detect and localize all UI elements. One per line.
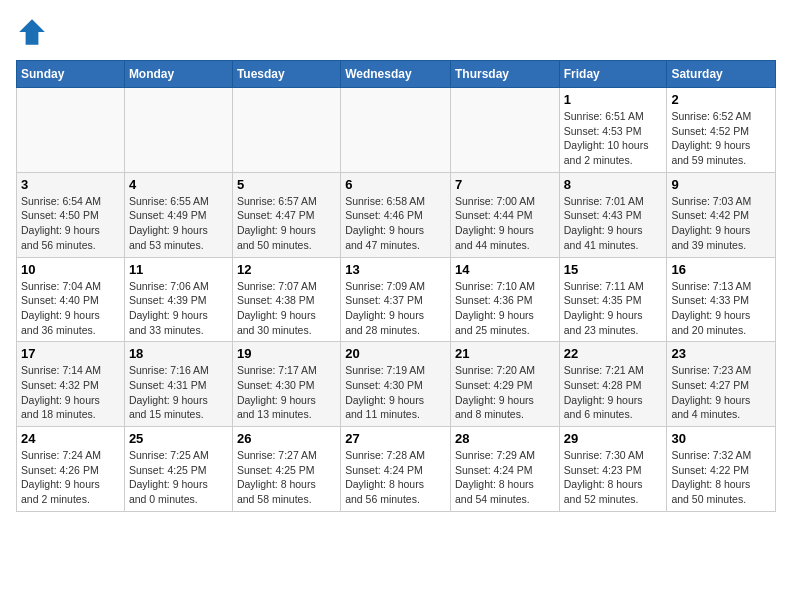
calendar-cell: 8Sunrise: 7:01 AM Sunset: 4:43 PM Daylig… xyxy=(559,172,667,257)
day-number: 29 xyxy=(564,431,663,446)
calendar-cell: 26Sunrise: 7:27 AM Sunset: 4:25 PM Dayli… xyxy=(232,427,340,512)
calendar-cell: 25Sunrise: 7:25 AM Sunset: 4:25 PM Dayli… xyxy=(124,427,232,512)
calendar-cell: 24Sunrise: 7:24 AM Sunset: 4:26 PM Dayli… xyxy=(17,427,125,512)
day-number: 13 xyxy=(345,262,446,277)
column-header-saturday: Saturday xyxy=(667,61,776,88)
day-number: 14 xyxy=(455,262,555,277)
day-info: Sunrise: 7:19 AM Sunset: 4:30 PM Dayligh… xyxy=(345,364,425,420)
day-info: Sunrise: 7:17 AM Sunset: 4:30 PM Dayligh… xyxy=(237,364,317,420)
calendar-cell: 10Sunrise: 7:04 AM Sunset: 4:40 PM Dayli… xyxy=(17,257,125,342)
day-number: 10 xyxy=(21,262,120,277)
day-info: Sunrise: 7:04 AM Sunset: 4:40 PM Dayligh… xyxy=(21,280,101,336)
day-info: Sunrise: 7:30 AM Sunset: 4:23 PM Dayligh… xyxy=(564,449,644,505)
day-info: Sunrise: 7:32 AM Sunset: 4:22 PM Dayligh… xyxy=(671,449,751,505)
svg-marker-0 xyxy=(19,19,45,45)
calendar-cell: 14Sunrise: 7:10 AM Sunset: 4:36 PM Dayli… xyxy=(450,257,559,342)
calendar-header-row: SundayMondayTuesdayWednesdayThursdayFrid… xyxy=(17,61,776,88)
day-number: 23 xyxy=(671,346,771,361)
day-number: 11 xyxy=(129,262,228,277)
calendar-cell: 19Sunrise: 7:17 AM Sunset: 4:30 PM Dayli… xyxy=(232,342,340,427)
day-info: Sunrise: 6:51 AM Sunset: 4:53 PM Dayligh… xyxy=(564,110,649,166)
day-info: Sunrise: 6:52 AM Sunset: 4:52 PM Dayligh… xyxy=(671,110,751,166)
day-number: 24 xyxy=(21,431,120,446)
calendar-cell: 5Sunrise: 6:57 AM Sunset: 4:47 PM Daylig… xyxy=(232,172,340,257)
day-number: 27 xyxy=(345,431,446,446)
day-number: 26 xyxy=(237,431,336,446)
column-header-tuesday: Tuesday xyxy=(232,61,340,88)
day-number: 21 xyxy=(455,346,555,361)
calendar-cell: 30Sunrise: 7:32 AM Sunset: 4:22 PM Dayli… xyxy=(667,427,776,512)
day-info: Sunrise: 7:23 AM Sunset: 4:27 PM Dayligh… xyxy=(671,364,751,420)
day-info: Sunrise: 6:54 AM Sunset: 4:50 PM Dayligh… xyxy=(21,195,101,251)
day-number: 17 xyxy=(21,346,120,361)
calendar-cell: 1Sunrise: 6:51 AM Sunset: 4:53 PM Daylig… xyxy=(559,88,667,173)
calendar-cell: 28Sunrise: 7:29 AM Sunset: 4:24 PM Dayli… xyxy=(450,427,559,512)
calendar-cell: 20Sunrise: 7:19 AM Sunset: 4:30 PM Dayli… xyxy=(341,342,451,427)
day-info: Sunrise: 7:24 AM Sunset: 4:26 PM Dayligh… xyxy=(21,449,101,505)
calendar-cell xyxy=(341,88,451,173)
calendar-body: 1Sunrise: 6:51 AM Sunset: 4:53 PM Daylig… xyxy=(17,88,776,512)
day-info: Sunrise: 7:27 AM Sunset: 4:25 PM Dayligh… xyxy=(237,449,317,505)
day-number: 16 xyxy=(671,262,771,277)
day-number: 2 xyxy=(671,92,771,107)
day-info: Sunrise: 7:28 AM Sunset: 4:24 PM Dayligh… xyxy=(345,449,425,505)
day-info: Sunrise: 7:25 AM Sunset: 4:25 PM Dayligh… xyxy=(129,449,209,505)
calendar-cell: 18Sunrise: 7:16 AM Sunset: 4:31 PM Dayli… xyxy=(124,342,232,427)
calendar-cell: 22Sunrise: 7:21 AM Sunset: 4:28 PM Dayli… xyxy=(559,342,667,427)
calendar-cell: 29Sunrise: 7:30 AM Sunset: 4:23 PM Dayli… xyxy=(559,427,667,512)
column-header-friday: Friday xyxy=(559,61,667,88)
calendar-cell xyxy=(232,88,340,173)
calendar-cell: 3Sunrise: 6:54 AM Sunset: 4:50 PM Daylig… xyxy=(17,172,125,257)
column-header-sunday: Sunday xyxy=(17,61,125,88)
calendar-cell: 21Sunrise: 7:20 AM Sunset: 4:29 PM Dayli… xyxy=(450,342,559,427)
column-header-monday: Monday xyxy=(124,61,232,88)
column-header-thursday: Thursday xyxy=(450,61,559,88)
day-info: Sunrise: 7:07 AM Sunset: 4:38 PM Dayligh… xyxy=(237,280,317,336)
calendar-cell: 15Sunrise: 7:11 AM Sunset: 4:35 PM Dayli… xyxy=(559,257,667,342)
day-number: 3 xyxy=(21,177,120,192)
calendar-cell xyxy=(17,88,125,173)
calendar-cell: 7Sunrise: 7:00 AM Sunset: 4:44 PM Daylig… xyxy=(450,172,559,257)
day-info: Sunrise: 6:58 AM Sunset: 4:46 PM Dayligh… xyxy=(345,195,425,251)
day-number: 19 xyxy=(237,346,336,361)
day-info: Sunrise: 7:21 AM Sunset: 4:28 PM Dayligh… xyxy=(564,364,644,420)
calendar-cell: 23Sunrise: 7:23 AM Sunset: 4:27 PM Dayli… xyxy=(667,342,776,427)
calendar-cell: 17Sunrise: 7:14 AM Sunset: 4:32 PM Dayli… xyxy=(17,342,125,427)
day-number: 4 xyxy=(129,177,228,192)
calendar-table: SundayMondayTuesdayWednesdayThursdayFrid… xyxy=(16,60,776,512)
calendar-cell: 12Sunrise: 7:07 AM Sunset: 4:38 PM Dayli… xyxy=(232,257,340,342)
day-info: Sunrise: 6:55 AM Sunset: 4:49 PM Dayligh… xyxy=(129,195,209,251)
calendar-cell: 4Sunrise: 6:55 AM Sunset: 4:49 PM Daylig… xyxy=(124,172,232,257)
day-info: Sunrise: 7:13 AM Sunset: 4:33 PM Dayligh… xyxy=(671,280,751,336)
day-info: Sunrise: 7:11 AM Sunset: 4:35 PM Dayligh… xyxy=(564,280,644,336)
day-number: 6 xyxy=(345,177,446,192)
day-number: 1 xyxy=(564,92,663,107)
logo-icon xyxy=(16,16,48,48)
day-info: Sunrise: 6:57 AM Sunset: 4:47 PM Dayligh… xyxy=(237,195,317,251)
calendar-week-1: 1Sunrise: 6:51 AM Sunset: 4:53 PM Daylig… xyxy=(17,88,776,173)
day-number: 22 xyxy=(564,346,663,361)
logo xyxy=(16,16,54,48)
calendar-week-5: 24Sunrise: 7:24 AM Sunset: 4:26 PM Dayli… xyxy=(17,427,776,512)
day-info: Sunrise: 7:00 AM Sunset: 4:44 PM Dayligh… xyxy=(455,195,535,251)
day-number: 18 xyxy=(129,346,228,361)
calendar-cell: 2Sunrise: 6:52 AM Sunset: 4:52 PM Daylig… xyxy=(667,88,776,173)
day-number: 5 xyxy=(237,177,336,192)
day-info: Sunrise: 7:10 AM Sunset: 4:36 PM Dayligh… xyxy=(455,280,535,336)
page-header xyxy=(16,16,776,48)
calendar-cell: 13Sunrise: 7:09 AM Sunset: 4:37 PM Dayli… xyxy=(341,257,451,342)
day-number: 7 xyxy=(455,177,555,192)
calendar-cell: 16Sunrise: 7:13 AM Sunset: 4:33 PM Dayli… xyxy=(667,257,776,342)
day-number: 25 xyxy=(129,431,228,446)
day-number: 12 xyxy=(237,262,336,277)
calendar-cell xyxy=(124,88,232,173)
calendar-week-2: 3Sunrise: 6:54 AM Sunset: 4:50 PM Daylig… xyxy=(17,172,776,257)
day-info: Sunrise: 7:09 AM Sunset: 4:37 PM Dayligh… xyxy=(345,280,425,336)
calendar-cell xyxy=(450,88,559,173)
column-header-wednesday: Wednesday xyxy=(341,61,451,88)
day-info: Sunrise: 7:20 AM Sunset: 4:29 PM Dayligh… xyxy=(455,364,535,420)
day-number: 15 xyxy=(564,262,663,277)
calendar-cell: 11Sunrise: 7:06 AM Sunset: 4:39 PM Dayli… xyxy=(124,257,232,342)
day-number: 8 xyxy=(564,177,663,192)
calendar-week-4: 17Sunrise: 7:14 AM Sunset: 4:32 PM Dayli… xyxy=(17,342,776,427)
